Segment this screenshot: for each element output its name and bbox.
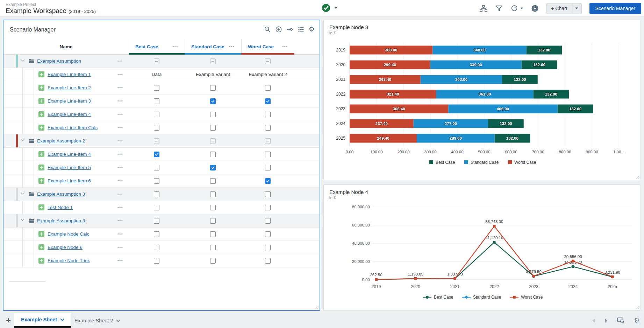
add-sheet-button[interactable]: +	[3, 316, 13, 326]
scenario-checkbox-unchecked[interactable]	[210, 112, 216, 117]
scenario-checkbox-unchecked[interactable]	[210, 205, 216, 210]
node3-resize-handle[interactable]	[636, 176, 639, 179]
row-menu-button[interactable]: •••	[117, 259, 123, 263]
scenario-checkbox-unchecked[interactable]	[210, 218, 216, 224]
scenario-manager-button[interactable]: Scenario Manager	[589, 3, 641, 14]
scenario-checkbox-unchecked[interactable]	[265, 152, 271, 157]
scenario-checkbox-unchecked[interactable]	[265, 85, 271, 91]
tree-item-row[interactable]: Example Line-Item 2•••	[3, 81, 320, 95]
scenario-checkbox-unchecked[interactable]	[154, 191, 159, 197]
node3-stacked-bar-chart[interactable]: 2019308.40348.00132.002020299.40339.0013…	[329, 39, 636, 170]
scenario-checkbox-indeterminate[interactable]	[210, 58, 216, 64]
scenario-checkbox-unchecked[interactable]	[210, 152, 216, 157]
tree-item-row[interactable]: Example Line-Item 5•••	[3, 161, 320, 174]
tree-item-row[interactable]: Test Node 1•••	[3, 201, 320, 214]
scenario-checkbox-unchecked[interactable]	[265, 205, 271, 210]
row-menu-button[interactable]: •••	[117, 72, 123, 76]
download-icon[interactable]	[531, 5, 539, 12]
row-menu-button[interactable]: •••	[117, 179, 123, 183]
standard-case-column-header[interactable]: Standard Case •••	[185, 39, 241, 54]
scenario-checkbox-unchecked[interactable]	[210, 191, 216, 197]
node-link[interactable]: Example Assumption 2	[37, 138, 85, 144]
node-link[interactable]: Example Line-Item 1	[48, 72, 91, 77]
tree-item-row[interactable]: Example Node Trick•••	[3, 254, 320, 267]
node-link[interactable]: Example Line-Item 4	[48, 152, 91, 157]
preview-icon[interactable]	[617, 317, 625, 324]
collapse-chevron-icon[interactable]	[20, 192, 25, 195]
scenario-checkbox-unchecked[interactable]	[210, 125, 216, 131]
row-menu-button[interactable]: •••	[117, 152, 123, 156]
node-link[interactable]: Example Assumption 3	[37, 191, 85, 197]
collapse-chevron-icon[interactable]	[20, 59, 25, 62]
worst-case-column-header[interactable]: Worst Case •••	[241, 39, 294, 54]
tree-group-row[interactable]: Example Assumption 3•••	[3, 214, 320, 228]
worst-case-menu-button[interactable]: •••	[282, 45, 288, 49]
row-menu-button[interactable]: •••	[117, 99, 123, 103]
scenario-checkbox-unchecked[interactable]	[265, 218, 271, 224]
tree-item-row[interactable]: Example Node Calc•••	[3, 228, 320, 241]
node4-line-chart[interactable]: 0.0020,000.0040,000.0060,000.0080,000.00…	[329, 202, 636, 306]
scenario-checkbox-indeterminate[interactable]	[210, 138, 216, 144]
scenario-checkbox-unchecked[interactable]	[154, 231, 159, 237]
tab-example-sheet[interactable]: Example Sheet	[14, 313, 71, 328]
tree-item-row[interactable]: Example Line-Item Calc•••	[3, 121, 320, 134]
tree-item-row[interactable]: Example Line-Item 3•••	[3, 95, 320, 108]
scenario-checkbox-indeterminate[interactable]	[265, 58, 271, 64]
scenario-checkbox-unchecked[interactable]	[265, 191, 271, 197]
standard-case-menu-button[interactable]: •••	[229, 45, 235, 49]
scenario-checkbox-checked[interactable]	[210, 165, 216, 170]
horizontal-scrollbar-thumb[interactable]	[9, 281, 45, 282]
scenario-checkbox-checked[interactable]	[265, 98, 271, 104]
status-check-icon[interactable]	[322, 4, 330, 12]
scroll-tabs-right-icon[interactable]	[604, 318, 608, 323]
search-icon[interactable]	[264, 26, 271, 33]
panel-resize-handle[interactable]	[315, 306, 319, 309]
node-link[interactable]: Example Assumption	[37, 58, 81, 64]
tree-item-row[interactable]: Example Node 6•••	[3, 241, 320, 254]
scenario-checkbox-indeterminate[interactable]	[154, 138, 159, 144]
tree-item-row[interactable]: Example Line-Item 4•••	[3, 148, 320, 161]
node-link[interactable]: Example Line-Item Calc	[48, 125, 98, 130]
scenario-checkbox-unchecked[interactable]	[210, 231, 216, 237]
best-case-menu-button[interactable]: •••	[172, 45, 178, 49]
row-menu-button[interactable]: •••	[117, 86, 123, 90]
row-menu-button[interactable]: •••	[117, 126, 123, 130]
add-circle-icon[interactable]	[275, 26, 282, 33]
collapse-chevron-icon[interactable]	[20, 139, 25, 142]
scenario-checkbox-indeterminate[interactable]	[154, 58, 159, 64]
scenario-checkbox-unchecked[interactable]	[154, 178, 159, 184]
collapse-chevron-icon[interactable]	[20, 218, 25, 222]
row-menu-button[interactable]: •••	[117, 166, 123, 169]
chart-dropdown-caret[interactable]	[572, 7, 581, 9]
scenario-checkbox-unchecked[interactable]	[154, 245, 159, 250]
scenario-checkbox-indeterminate[interactable]	[265, 138, 271, 144]
row-menu-button[interactable]: •••	[117, 112, 123, 116]
scenario-checkbox-unchecked[interactable]	[265, 165, 271, 170]
tree-group-row[interactable]: Example Assumption 2•••	[3, 134, 320, 148]
scenario-checkbox-unchecked[interactable]	[154, 218, 159, 224]
status-dropdown-caret[interactable]	[334, 7, 338, 9]
node-link[interactable]: Example Line-Item 6	[48, 178, 91, 183]
best-case-column-header[interactable]: Best Case •••	[129, 39, 185, 54]
node-link[interactable]: Test Node 1	[48, 205, 73, 210]
scenario-checkbox-checked[interactable]	[154, 152, 159, 157]
row-menu-button[interactable]: •••	[117, 232, 123, 236]
scenario-checkbox-unchecked[interactable]	[154, 258, 159, 264]
row-menu-button[interactable]: •••	[117, 192, 123, 196]
node-link[interactable]: Example Line-Item 5	[48, 165, 91, 170]
name-column-header[interactable]: Name	[3, 39, 129, 54]
panel-settings-gear-icon[interactable]: ⚙	[309, 26, 315, 33]
tree-item-row[interactable]: Example Line-Item 6•••	[3, 174, 320, 188]
scenario-checkbox-checked[interactable]	[265, 178, 271, 184]
tree-item-row[interactable]: Example Line-Item 4•••	[3, 108, 320, 121]
node4-resize-handle[interactable]	[636, 306, 639, 309]
row-menu-button[interactable]: •••	[117, 245, 123, 249]
scenario-checkbox-unchecked[interactable]	[154, 205, 159, 210]
node-link[interactable]: Example Line-Item 3	[48, 98, 91, 104]
scenario-checkbox-unchecked[interactable]	[265, 112, 271, 117]
hierarchy-icon[interactable]	[480, 5, 487, 12]
node-link[interactable]: Example Line-Item 4	[48, 112, 91, 117]
filter-icon[interactable]	[495, 5, 503, 12]
node-link[interactable]: Example Node 6	[48, 245, 83, 250]
node-link[interactable]: Example Line-Item 2	[48, 85, 91, 90]
